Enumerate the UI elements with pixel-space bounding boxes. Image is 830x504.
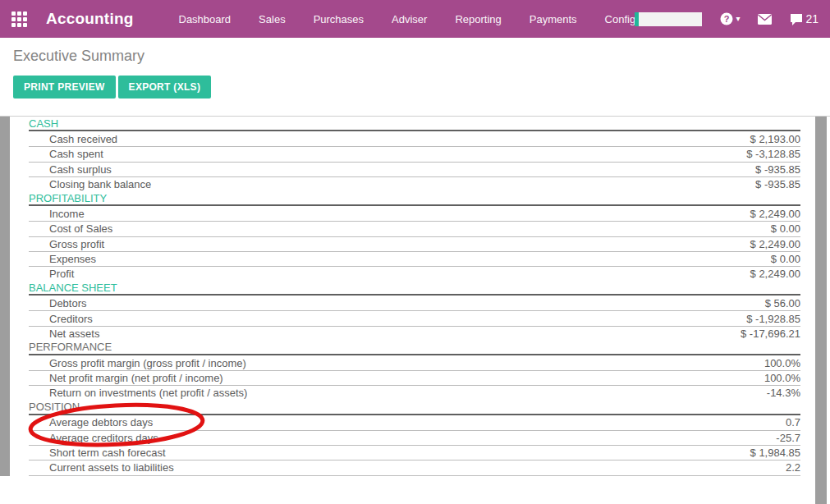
row-value: $ -935.85	[755, 178, 800, 190]
report-table: CASHCash received$ 2,193.00Cash spent$ -…	[29, 117, 800, 476]
report-section: BALANCE SHEETDebtors$ 56.00Creditors$ -1…	[29, 281, 800, 341]
report-row: Creditors$ -1,928.85	[29, 310, 800, 325]
row-value: $ -17,696.21	[741, 328, 800, 340]
discuss-button[interactable]: 21	[790, 12, 819, 25]
message-count-badge: 21	[805, 12, 819, 25]
row-label: Cash received	[29, 133, 117, 145]
row-label: Return on investments (net profit / asse…	[29, 387, 247, 399]
user-menu[interactable]	[635, 12, 702, 26]
row-value: 100.0%	[764, 372, 800, 384]
report-row: Current assets to liabilities2.2	[29, 460, 800, 474]
row-label: Gross profit	[29, 238, 104, 250]
report-row: Debtors$ 56.00	[29, 296, 800, 310]
row-label: Net profit margin (net profit / income)	[29, 372, 223, 384]
row-value: $ 2,249.00	[750, 208, 800, 220]
report-row: Income$ 2,249.00	[29, 206, 800, 221]
row-value: 2.2	[786, 461, 800, 474]
section-header: PERFORMANCE	[29, 341, 800, 355]
section-header[interactable]: BALANCE SHEET	[29, 281, 800, 296]
report-row: Cash received$ 2,193.00	[29, 131, 800, 146]
row-label: Net assets	[29, 328, 99, 340]
export-xls-button[interactable]: EXPORT (XLS)	[118, 76, 212, 99]
row-label: Average creditors days	[29, 432, 158, 444]
main-menu: Dashboard Sales Purchases Adviser Report…	[179, 13, 668, 25]
report-row: Return on investments (net profit / asse…	[29, 385, 800, 400]
navbar-right: ? ▾ 21	[635, 0, 819, 38]
page-header: Executive Summary PRINT PREVIEW EXPORT (…	[0, 38, 830, 116]
section-header[interactable]: CASH	[29, 117, 800, 131]
help-menu[interactable]: ? ▾	[720, 12, 740, 25]
row-label: Short term cash forecast	[29, 447, 166, 459]
menu-item-dashboard[interactable]: Dashboard	[179, 13, 232, 25]
row-label: Cost of Sales	[29, 222, 112, 235]
row-value: $ -1,928.85	[746, 313, 800, 325]
envelope-icon	[758, 14, 772, 25]
row-label: Profit	[29, 268, 74, 280]
row-label: Cash spent	[29, 148, 103, 160]
row-label: Current assets to liabilities	[29, 461, 174, 474]
app-title: Accounting	[46, 10, 134, 28]
row-value: $ 2,249.00	[750, 238, 800, 250]
left-gutter	[0, 117, 10, 476]
section-header: POSITION	[29, 401, 800, 415]
row-value: $ -935.85	[755, 163, 800, 176]
section-header[interactable]: PROFITABILITY	[29, 191, 800, 206]
row-label: Closing bank balance	[29, 178, 151, 190]
report-section: PROFITABILITYIncome$ 2,249.00Cost of Sal…	[29, 191, 800, 281]
report-row: Cash surplus$ -935.85	[29, 162, 800, 176]
row-value: 100.0%	[764, 357, 800, 369]
messages-button[interactable]	[758, 14, 772, 25]
caret-down-icon: ▾	[736, 15, 740, 23]
print-preview-button[interactable]: PRINT PREVIEW	[13, 76, 116, 99]
row-label: Debtors	[29, 297, 87, 309]
report-row: Closing bank balance$ -935.85	[29, 176, 800, 191]
row-label: Income	[29, 208, 85, 220]
report-region: CASHCash received$ 2,193.00Cash spent$ -…	[0, 116, 830, 476]
menu-item-sales[interactable]: Sales	[259, 13, 286, 25]
menu-item-adviser[interactable]: Adviser	[392, 13, 427, 25]
row-value: 0.7	[786, 416, 800, 428]
apps-menu-button[interactable]	[0, 0, 38, 38]
report-row: Average creditors days-25.7	[29, 430, 800, 445]
report-row: Gross profit margin (gross profit / inco…	[29, 355, 800, 370]
row-label: Gross profit margin (gross profit / inco…	[29, 357, 246, 369]
report-row: Gross profit$ 2,249.00	[29, 236, 800, 251]
row-value: $ 0.00	[771, 222, 800, 235]
page-title: Executive Summary	[13, 48, 817, 65]
report-row: Expenses$ 0.00	[29, 251, 800, 266]
row-value: $ 1,984.85	[750, 447, 800, 459]
report-row: Average debtors days0.7	[29, 415, 800, 430]
row-value: $ -3,128.85	[746, 148, 800, 160]
action-buttons: PRINT PREVIEW EXPORT (XLS)	[13, 76, 817, 99]
report-row: Net assets$ -17,696.21	[29, 326, 800, 341]
row-value: $ 56.00	[765, 297, 800, 309]
top-navbar: Accounting Dashboard Sales Purchases Adv…	[0, 0, 830, 38]
svg-text:?: ?	[724, 14, 730, 24]
row-label: Expenses	[29, 253, 96, 265]
report-row: Cost of Sales$ 0.00	[29, 221, 800, 236]
row-label: Cash surplus	[29, 163, 112, 176]
report-row: Profit$ 2,249.00	[29, 266, 800, 281]
menu-item-purchases[interactable]: Purchases	[314, 13, 364, 25]
row-value: $ 2,193.00	[750, 133, 800, 145]
row-value: -14.3%	[767, 387, 800, 399]
row-value: -25.7	[776, 432, 800, 444]
row-value: $ 2,249.00	[750, 268, 800, 280]
chat-bubble-icon	[790, 13, 803, 25]
vertical-scrollbar[interactable]	[815, 117, 827, 504]
report-row: Short term cash forecast$ 1,984.85	[29, 445, 800, 460]
report-section: PERFORMANCEGross profit margin (gross pr…	[29, 341, 800, 401]
menu-item-reporting[interactable]: Reporting	[455, 13, 501, 25]
row-label: Creditors	[29, 313, 93, 325]
row-label: Average debtors days	[29, 416, 153, 428]
apps-grid-icon	[11, 11, 27, 27]
help-circle-icon: ?	[720, 12, 733, 25]
report-row: Net profit margin (net profit / income)1…	[29, 370, 800, 385]
menu-item-payments[interactable]: Payments	[530, 13, 577, 25]
report-section: CASHCash received$ 2,193.00Cash spent$ -…	[29, 117, 800, 191]
report-row: Cash spent$ -3,128.85	[29, 146, 800, 161]
row-value: $ 0.00	[771, 253, 800, 265]
report-section: POSITIONAverage debtors days0.7Average c…	[29, 401, 800, 475]
